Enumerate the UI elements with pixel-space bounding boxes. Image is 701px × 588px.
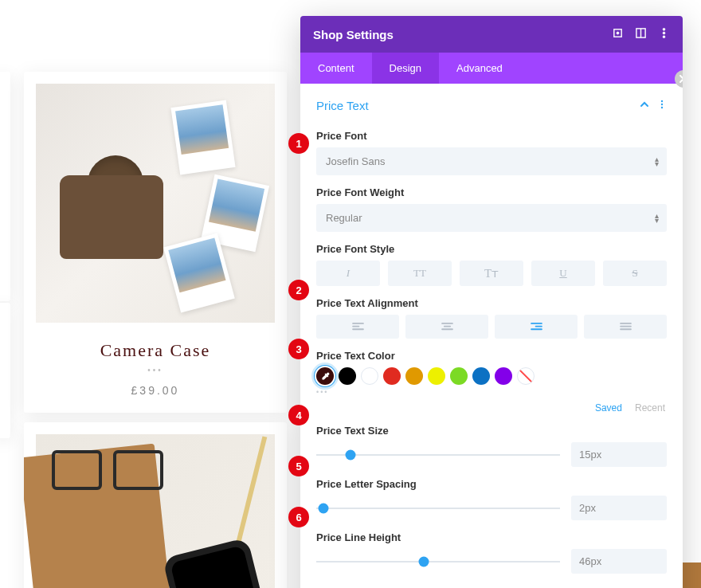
svg-point-8 [661,104,663,105]
style-uppercase-button[interactable]: TT [388,261,452,286]
palette-ellipsis-icon[interactable]: ••• [316,388,667,396]
label-price-size: Price Text Size [316,425,667,437]
style-italic-button[interactable]: I [316,261,380,286]
label-price-font-weight: Price Font Weight [316,186,667,198]
product-card[interactable]: Camera Case ••• £39.00 [24,72,287,413]
align-right-button[interactable] [495,315,578,339]
product-card[interactable] [24,422,287,588]
product-image [36,434,275,588]
price-font-value: Josefin Sans [326,155,385,167]
product-title[interactable]: Camera Case [24,340,287,361]
price-line-height-input[interactable]: 46px [571,549,667,574]
svg-point-5 [663,32,665,34]
product-image [36,84,275,323]
panel-title: Shop Settings [313,28,394,41]
adjacent-card-fragment [0,72,10,301]
price-line-height-slider[interactable] [316,554,560,570]
price-letter-spacing-input[interactable]: 2px [571,496,667,520]
color-swatch-blue[interactable] [472,367,490,385]
annotation-marker-6: 6 [288,507,309,527]
label-price-font: Price Font [316,130,667,142]
annotation-marker-3: 3 [288,339,309,359]
price-size-input[interactable]: 15px [571,442,667,467]
price-font-weight-select[interactable]: Regular ▴▾ [316,204,667,232]
expand-icon[interactable] [612,27,624,41]
color-tab-saved[interactable]: Saved [595,402,622,414]
panel-header[interactable]: Shop Settings [300,16,683,53]
label-price-color: Price Text Color [316,350,667,362]
settings-panel: Shop Settings Content Design Advanced Pr… [300,16,683,588]
label-price-letter-spacing: Price Letter Spacing [316,478,667,490]
adjacent-card-fragment [0,303,10,438]
annotation-marker-2: 2 [288,280,309,300]
price-font-weight-value: Regular [326,212,362,224]
color-swatch-green[interactable] [450,367,468,385]
label-price-alignment: Price Text Alignment [316,297,667,309]
price-font-select[interactable]: Josefin Sans ▴▾ [316,147,667,175]
select-chevron-icon: ▴▾ [655,157,659,167]
product-ellipsis-icon: ••• [24,366,287,374]
svg-point-1 [617,32,619,34]
color-swatch-black[interactable] [339,367,356,385]
price-size-slider[interactable] [316,447,560,463]
svg-point-6 [663,36,665,38]
select-chevron-icon: ▴▾ [655,214,659,223]
svg-point-4 [663,29,665,31]
section-header[interactable]: Price Text [316,95,667,119]
style-smallcaps-button[interactable]: Tᴛ [460,261,523,286]
section-more-icon[interactable] [657,98,667,112]
color-swatch-none[interactable] [517,367,535,385]
color-picker-button[interactable] [316,367,334,385]
align-center-button[interactable] [405,315,488,339]
color-swatch-white[interactable] [361,367,378,385]
tab-advanced[interactable]: Advanced [439,53,520,84]
annotation-marker-5: 5 [288,456,309,476]
tab-design[interactable]: Design [372,53,439,84]
section-title: Price Text [316,99,369,112]
annotation-marker-1: 1 [288,133,309,154]
close-icon [679,75,683,83]
color-swatch-orange[interactable] [405,367,423,385]
label-price-font-style: Price Font Style [316,243,667,255]
panel-tabs: Content Design Advanced [300,53,683,84]
align-left-button[interactable] [316,315,399,339]
annotation-marker-4: 4 [288,405,309,425]
color-tab-recent[interactable]: Recent [635,402,665,414]
label-price-line-height: Price Line Height [316,531,667,543]
chevron-up-icon[interactable] [640,98,649,112]
color-swatch-yellow[interactable] [428,367,445,385]
product-price: £39.00 [24,384,287,397]
price-letter-spacing-slider[interactable] [316,500,560,516]
color-swatch-purple[interactable] [495,367,512,385]
eyedropper-icon [320,371,331,382]
layout-icon[interactable] [635,27,647,41]
color-swatch-red[interactable] [383,367,401,385]
svg-point-7 [661,100,663,102]
style-strikethrough-button[interactable]: S [603,261,667,286]
style-underline-button[interactable]: U [531,261,595,286]
svg-point-9 [661,107,663,108]
align-justify-button[interactable] [584,315,667,339]
more-icon[interactable] [658,27,670,41]
tab-content[interactable]: Content [300,53,372,84]
